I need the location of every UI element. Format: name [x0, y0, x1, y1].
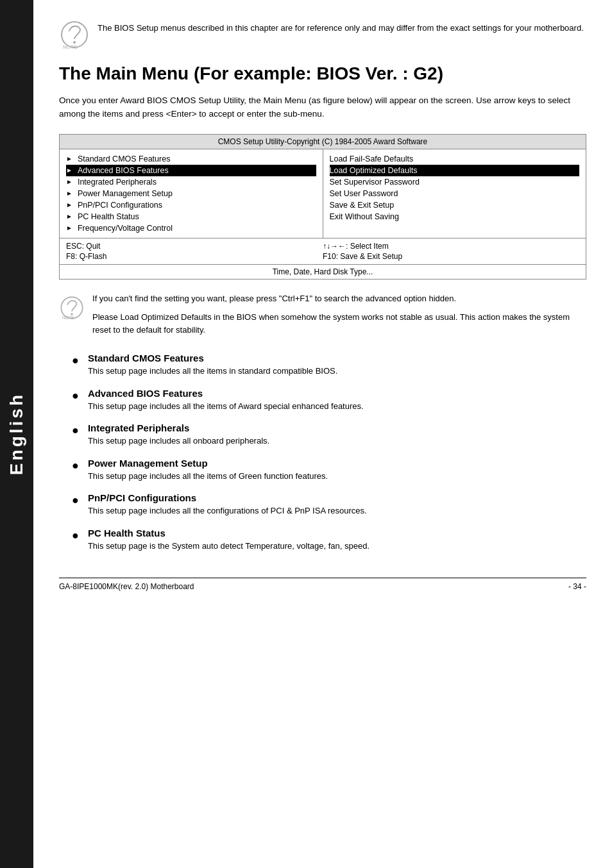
footer-right: - 34 -: [568, 582, 586, 591]
bullet-section: ●PnP/PCI ConfigurationsThis setup page i…: [59, 492, 586, 524]
section-title: PnP/PCI Configurations: [88, 492, 586, 503]
bios-table: CMOS Setup Utility-Copyright (C) 1984-20…: [59, 134, 586, 280]
page-title: The Main Menu (For example: BIOS Ver. : …: [59, 63, 586, 85]
svg-point-1: [73, 41, 76, 44]
bullet-icon: ●: [72, 458, 79, 474]
bios-table-title: CMOS Setup Utility-Copyright (C) 1984-20…: [60, 135, 586, 149]
section-title: Integrated Peripherals: [88, 422, 586, 433]
note-content-2: If you can't find the setting you want, …: [92, 292, 586, 343]
note-text-1: The BIOS Setup menus described in this c…: [98, 19, 584, 35]
bullet-section: ●Advanced BIOS FeaturesThis setup page i…: [59, 388, 586, 419]
arrow-icon: ►: [66, 190, 72, 197]
section-desc: This setup page includes all onboard per…: [88, 435, 586, 447]
note-box-2: NOTE If you can't find the setting you w…: [59, 292, 586, 343]
note-line-1: If you can't find the setting you want, …: [92, 292, 586, 305]
bios-footer: ESC: QuitF8: Q-Flash ↑↓→←: Select ItemF1…: [60, 238, 586, 264]
bios-footer-right: ↑↓→←: Select ItemF10: Save & Exit Setup: [323, 241, 579, 262]
bios-right-item[interactable]: Load Optimized Defaults: [330, 165, 580, 176]
footer-right-item: F10: Save & Exit Setup: [323, 251, 579, 262]
bullet-section: ●Integrated PeripheralsThis setup page i…: [59, 422, 586, 454]
bios-right-item[interactable]: Save & Exit Setup: [330, 199, 580, 211]
arrow-icon: ►: [66, 167, 72, 174]
footer-left: GA-8IPE1000MK(rev. 2.0) Motherboard: [59, 582, 194, 591]
arrow-icon: ►: [66, 213, 72, 220]
section-title: PC Health Status: [88, 528, 586, 538]
note-line-2: Please Load Optimized Defaults in the BI…: [92, 311, 586, 336]
bios-left-item[interactable]: ►Standard CMOS Features: [66, 153, 316, 165]
svg-text:NOTE: NOTE: [63, 44, 77, 50]
sidebar-label: English: [6, 392, 27, 475]
section-desc: This setup page includes all the items i…: [88, 365, 586, 378]
bios-right-column: Load Fail-Safe DefaultsLoad Optimized De…: [323, 149, 586, 238]
bios-left-item[interactable]: ►Advanced BIOS Features: [66, 165, 316, 176]
note-icon-2: NOTE: [59, 292, 85, 323]
section-desc: This setup page includes all the items o…: [88, 400, 586, 413]
footer-left-item: F8: Q-Flash: [66, 251, 323, 262]
section-desc: This setup page includes all the configu…: [88, 505, 586, 517]
page-footer: GA-8IPE1000MK(rev. 2.0) Motherboard - 34…: [59, 578, 586, 591]
bios-left-item[interactable]: ►Integrated Peripherals: [66, 176, 316, 188]
sidebar: English: [0, 0, 33, 868]
bullet-icon: ●: [72, 422, 79, 438]
bios-left-item[interactable]: ►PnP/PCI Configurations: [66, 199, 316, 211]
section-desc: This setup page includes all the items o…: [88, 470, 586, 483]
bullet-icon: ●: [72, 353, 79, 369]
bios-right-item[interactable]: Exit Without Saving: [330, 211, 580, 222]
svg-text:NOTE: NOTE: [62, 315, 74, 320]
bullet-section: ●Standard CMOS FeaturesThis setup page i…: [59, 353, 586, 384]
bios-status: Time, Date, Hard Disk Type...: [60, 264, 586, 279]
arrow-icon: ►: [66, 201, 72, 208]
bios-right-item[interactable]: Set Supervisor Password: [330, 176, 580, 188]
arrow-icon: ►: [66, 178, 72, 185]
footer-right-item: ↑↓→←: Select Item: [323, 241, 579, 251]
bios-table-body: ►Standard CMOS Features►Advanced BIOS Fe…: [60, 149, 586, 238]
bullet-icon: ●: [72, 492, 79, 508]
bullet-section: ●Power Management SetupThis setup page i…: [59, 458, 586, 489]
bullet-icon: ●: [72, 528, 79, 544]
bios-right-item[interactable]: Set User Password: [330, 188, 580, 199]
bios-footer-left: ESC: QuitF8: Q-Flash: [66, 241, 323, 262]
note-box-1: NOTE The BIOS Setup menus described in t…: [59, 19, 586, 50]
bios-left-item[interactable]: ►PC Health Status: [66, 211, 316, 222]
note-icon-1: NOTE: [59, 19, 90, 50]
arrow-icon: ►: [66, 155, 72, 162]
main-content: NOTE The BIOS Setup menus described in t…: [33, 0, 612, 868]
footer-left-item: ESC: Quit: [66, 241, 323, 251]
bios-left-item[interactable]: ►Frequency/Voltage Control: [66, 222, 316, 234]
bullet-icon: ●: [72, 388, 79, 404]
bios-left-column: ►Standard CMOS Features►Advanced BIOS Fe…: [60, 149, 323, 238]
bios-right-item[interactable]: Load Fail-Safe Defaults: [330, 153, 580, 165]
section-title: Power Management Setup: [88, 458, 586, 469]
section-title: Standard CMOS Features: [88, 353, 586, 363]
intro-text: Once you enter Award BIOS CMOS Setup Uti…: [59, 94, 586, 121]
section-desc: This setup page is the System auto detec…: [88, 540, 586, 553]
bullet-section: ●PC Health StatusThis setup page is the …: [59, 528, 586, 559]
bios-left-item[interactable]: ►Power Management Setup: [66, 188, 316, 199]
arrow-icon: ►: [66, 224, 72, 231]
bullet-sections: ●Standard CMOS FeaturesThis setup page i…: [59, 353, 586, 558]
section-title: Advanced BIOS Features: [88, 388, 586, 399]
svg-point-4: [71, 313, 72, 315]
